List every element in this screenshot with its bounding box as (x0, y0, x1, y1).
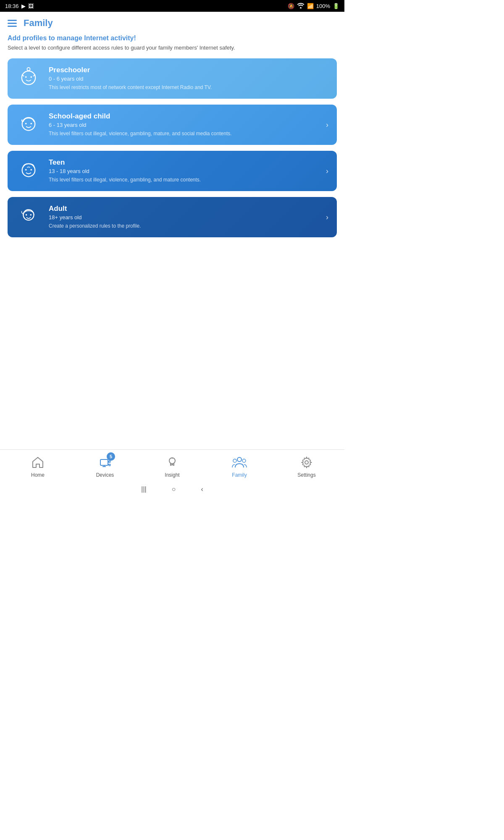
status-time: 18:36 (5, 3, 19, 9)
battery-icon: 🔋 (333, 3, 339, 9)
add-profiles-subtitle: Select a level to configure different ac… (8, 45, 337, 51)
page-title: Family (24, 18, 53, 29)
svg-point-13 (31, 169, 32, 171)
main-content: Add profiles to manage Internet activity… (0, 34, 344, 251)
adult-age: 18+ years old (49, 214, 318, 220)
profile-card-preschooler[interactable]: Preschooler 0 - 6 years old This level r… (8, 58, 337, 99)
profile-card-school[interactable]: School-aged child 6 - 13 years old This … (8, 105, 337, 145)
adult-title: Adult (49, 205, 318, 213)
insight-label: Insight (165, 472, 179, 478)
svg-rect-17 (100, 459, 108, 465)
school-chevron: › (326, 121, 328, 129)
family-label: Family (232, 472, 247, 478)
school-desc: This level filters out illegal, violence… (49, 130, 318, 137)
settings-label: Settings (297, 472, 315, 478)
adult-chevron: › (326, 213, 328, 222)
hamburger-menu-button[interactable] (8, 20, 17, 27)
preschooler-desc: This level restricts most of network con… (49, 84, 328, 91)
svg-point-28 (233, 459, 236, 462)
svg-point-12 (25, 169, 27, 171)
home-label: Home (31, 472, 45, 478)
insight-icon (165, 455, 180, 470)
svg-point-9 (25, 123, 27, 125)
devices-icon: 5 (97, 455, 113, 470)
teen-chevron: › (326, 167, 328, 176)
signal-icon: 📶 (307, 3, 314, 9)
youtube-icon: ▶ (21, 3, 26, 9)
preschooler-title: Preschooler (49, 66, 328, 74)
home-icon (30, 455, 45, 470)
status-left: 18:36 ▶ 🖼 (5, 3, 34, 9)
adult-icon (16, 205, 41, 230)
nav-item-home[interactable]: Home (21, 455, 55, 478)
media-icon: 🖼 (28, 3, 34, 9)
svg-point-15 (26, 214, 27, 216)
svg-point-2 (27, 68, 30, 71)
mute-icon: 🔕 (288, 3, 294, 9)
school-age: 6 - 13 years old (49, 122, 318, 128)
svg-point-10 (31, 123, 32, 125)
add-profiles-heading: Add profiles to manage Internet activity… (8, 34, 337, 42)
teen-age: 13 - 18 years old (49, 168, 318, 174)
profile-card-adult[interactable]: Adult 18+ years old Create a personalize… (8, 197, 337, 237)
android-menu-button[interactable]: ||| (141, 486, 146, 493)
svg-point-5 (31, 76, 32, 78)
svg-point-24 (169, 458, 175, 464)
android-back-button[interactable]: ‹ (201, 486, 203, 493)
svg-point-30 (305, 461, 308, 464)
svg-point-0 (300, 7, 302, 8)
nav-item-insight[interactable]: Insight (155, 455, 189, 478)
status-right: 🔕 📶 100% 🔋 (288, 3, 339, 10)
teen-desc: This level filters out illegal, violence… (49, 176, 318, 184)
android-nav-bar: ||| ○ ‹ (0, 483, 344, 496)
svg-point-16 (30, 214, 32, 216)
nav-item-devices[interactable]: 5 Devices (88, 455, 122, 478)
settings-icon (299, 455, 314, 470)
adult-text: Adult 18+ years old Create a personalize… (49, 205, 318, 230)
preschooler-age: 0 - 6 years old (49, 76, 328, 82)
app-header: Family (0, 12, 344, 34)
wifi-icon (297, 3, 304, 10)
school-title: School-aged child (49, 112, 318, 121)
svg-point-4 (25, 76, 27, 78)
nav-item-settings[interactable]: Settings (290, 455, 323, 478)
family-icon (232, 455, 247, 470)
devices-badge: 5 (107, 452, 115, 461)
teen-text: Teen 13 - 18 years old This level filter… (49, 158, 318, 184)
school-text: School-aged child 6 - 13 years old This … (49, 112, 318, 137)
preschooler-text: Preschooler 0 - 6 years old This level r… (49, 66, 328, 91)
svg-point-1 (22, 71, 35, 84)
status-bar: 18:36 ▶ 🖼 🔕 📶 100% 🔋 (0, 0, 344, 12)
bottom-nav: Home 5 Devices Insi (0, 449, 344, 483)
devices-label: Devices (96, 472, 114, 478)
android-home-button[interactable]: ○ (172, 486, 176, 493)
profile-card-teen[interactable]: Teen 13 - 18 years old This level filter… (8, 151, 337, 191)
teen-title: Teen (49, 158, 318, 167)
adult-desc: Create a personalized rules to the profi… (49, 223, 318, 230)
svg-point-27 (237, 457, 242, 462)
svg-point-29 (242, 459, 246, 462)
school-icon (16, 112, 41, 137)
battery-level: 100% (316, 3, 330, 9)
nav-item-family[interactable]: Family (223, 455, 256, 478)
preschooler-icon (16, 66, 41, 91)
teen-icon (16, 158, 41, 184)
